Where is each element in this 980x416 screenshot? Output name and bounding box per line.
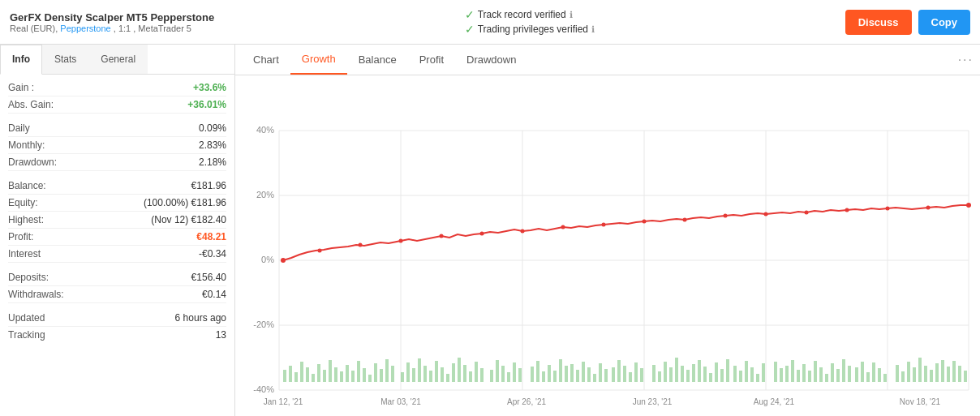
profit-label: Profit: [8, 231, 33, 242]
svg-rect-124 [924, 366, 927, 382]
svg-point-144 [764, 212, 768, 217]
svg-rect-63 [553, 371, 557, 382]
svg-rect-111 [842, 359, 845, 382]
updated-value: 6 hours ago [175, 312, 226, 324]
svg-rect-46 [446, 374, 449, 382]
svg-rect-108 [825, 374, 828, 382]
interest-value: -€0.34 [199, 248, 226, 259]
svg-rect-72 [604, 369, 608, 382]
tab-info[interactable]: Info [0, 45, 42, 75]
svg-point-132 [281, 258, 286, 263]
svg-rect-118 [883, 374, 887, 382]
svg-rect-70 [593, 374, 596, 382]
chart-more-icon[interactable]: ··· [958, 53, 974, 67]
balance-row: Balance: €181.96 [8, 178, 226, 195]
check-icon-2: ✓ [465, 23, 475, 36]
svg-rect-48 [458, 358, 461, 382]
svg-rect-103 [797, 370, 800, 382]
svg-rect-104 [802, 364, 806, 382]
svg-rect-85 [686, 370, 690, 382]
tracking-label: Tracking [8, 329, 45, 341]
svg-rect-122 [913, 367, 916, 382]
equity-row: Equity: (100.00%) €181.96 [8, 195, 226, 212]
svg-rect-18 [283, 370, 286, 382]
svg-point-149 [966, 203, 971, 208]
drawdown-value: 2.18% [199, 157, 226, 168]
svg-rect-26 [329, 360, 332, 382]
withdrawals-row: Withdrawals: €0.14 [8, 286, 226, 303]
tab-chart[interactable]: Chart [242, 45, 290, 74]
svg-rect-43 [429, 371, 432, 382]
svg-rect-55 [501, 366, 505, 382]
svg-rect-117 [878, 368, 881, 382]
account-title: GerFX Density Scalper MT5 Pepperstone [10, 11, 214, 24]
svg-rect-36 [385, 359, 389, 382]
svg-rect-25 [323, 370, 326, 382]
tab-growth[interactable]: Growth [290, 45, 347, 75]
svg-rect-109 [831, 363, 834, 382]
svg-rect-45 [441, 367, 444, 382]
svg-point-140 [602, 223, 606, 227]
svg-rect-87 [698, 360, 701, 382]
svg-rect-116 [872, 362, 875, 382]
svg-rect-24 [317, 364, 320, 382]
svg-rect-53 [490, 370, 493, 382]
info-icon-2[interactable]: ℹ [591, 24, 595, 35]
copy-button[interactable]: Copy [918, 10, 971, 35]
account-subtitle: Real (EUR), Pepperstone , 1:1 , MetaTrad… [10, 24, 214, 33]
highest-label: Highest: [8, 214, 44, 225]
svg-rect-100 [780, 368, 783, 382]
gain-label: Gain : [8, 82, 34, 93]
svg-text:Aug 24, '21: Aug 24, '21 [754, 397, 795, 406]
svg-rect-77 [634, 362, 638, 382]
svg-rect-22 [306, 367, 309, 382]
svg-rect-40 [412, 368, 415, 382]
tab-balance[interactable]: Balance [347, 45, 408, 74]
broker-link[interactable]: Pepperstone [60, 24, 110, 33]
svg-text:Jan 12, '21: Jan 12, '21 [264, 397, 303, 406]
svg-text:Jun 23, '21: Jun 23, '21 [633, 397, 673, 406]
svg-rect-125 [930, 370, 933, 382]
svg-rect-110 [836, 369, 840, 382]
left-panel: Info Stats General Gain : +33.6% Abs. Ga… [0, 45, 235, 416]
right-panel: Chart Growth Balance Profit Drawdown ··· [235, 45, 980, 416]
svg-point-148 [926, 206, 931, 210]
svg-rect-54 [496, 360, 499, 382]
svg-rect-88 [703, 367, 707, 382]
svg-point-138 [521, 229, 525, 234]
info-icon-1[interactable]: ℹ [570, 10, 573, 20]
svg-rect-82 [669, 367, 673, 382]
svg-rect-114 [861, 362, 864, 382]
svg-point-137 [480, 232, 484, 236]
svg-point-147 [886, 207, 890, 211]
svg-text:0%: 0% [261, 255, 274, 264]
track-record-verify: ✓ Track record verified ℹ [465, 8, 595, 21]
svg-rect-90 [715, 362, 718, 382]
abs-gain-label: Abs. Gain: [8, 99, 54, 110]
svg-rect-38 [401, 372, 404, 382]
svg-rect-92 [726, 359, 729, 382]
svg-rect-86 [692, 364, 695, 382]
discuss-button[interactable]: Discuss [845, 10, 912, 35]
tab-general[interactable]: General [88, 45, 148, 74]
svg-text:40%: 40% [256, 125, 274, 135]
svg-rect-93 [733, 366, 737, 382]
svg-text:Mar 03, '21: Mar 03, '21 [380, 397, 421, 406]
daily-row: Daily 0.09% [8, 120, 226, 137]
svg-text:Apr 26, '21: Apr 26, '21 [507, 397, 546, 406]
drawdown-label: Drawdown: [8, 157, 57, 168]
header-left: GerFX Density Scalper MT5 Pepperstone Re… [10, 11, 214, 33]
svg-point-139 [561, 225, 565, 229]
svg-rect-97 [756, 374, 759, 382]
svg-rect-98 [762, 363, 765, 382]
tab-drawdown[interactable]: Drawdown [455, 45, 527, 74]
svg-rect-59 [531, 367, 534, 382]
svg-point-136 [440, 234, 444, 238]
tab-stats[interactable]: Stats [42, 45, 88, 74]
equity-label: Equity: [8, 197, 38, 208]
svg-rect-60 [536, 361, 539, 382]
svg-rect-56 [507, 372, 510, 382]
tab-profit[interactable]: Profit [408, 45, 455, 74]
daily-value: 0.09% [199, 122, 226, 134]
tracking-value: 13 [216, 329, 226, 341]
